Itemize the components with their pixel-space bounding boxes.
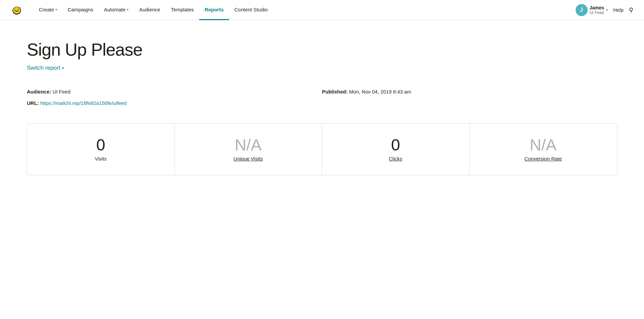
nav-item-audience[interactable]: Audience [134,0,166,20]
url-link[interactable]: https://mailchi.mp/18fe82a156fe/uifeed [40,100,127,106]
unique-visits-value: N/A [235,137,262,153]
user-menu[interactable]: J James UI Feed ▾ [576,4,608,16]
visits-value: 0 [96,137,105,153]
main-content: Sign Up Please Switch report ▾ Audience:… [0,20,644,175]
stats-grid: 0 Visits N/A Unique Visits 0 Clicks N/A … [27,123,617,175]
unique-visits-label[interactable]: Unique Visits [233,156,263,162]
conversion-rate-label[interactable]: Conversion Rate [524,156,562,162]
url-info: URL: https://mailchi.mp/18fe82a156fe/uif… [27,99,322,108]
stat-conversion-rate: N/A Conversion Rate [470,124,617,175]
audience-info: Audience: UI Feed [27,87,322,96]
help-link[interactable]: Help [613,7,624,13]
nav-item-reports[interactable]: Reports [199,0,229,20]
stat-clicks: 0 Clicks [322,124,470,175]
page-title: Sign Up Please [27,40,617,59]
avatar: J [576,4,588,16]
chevron-down-icon: ▾ [127,8,128,11]
stat-visits: 0 Visits [27,124,175,175]
nav-item-create[interactable]: Create ▾ [34,0,62,20]
clicks-label[interactable]: Clicks [389,156,402,162]
published-info: Published: Mon, Nov 04, 2019 8:43 am [322,87,617,96]
logo[interactable] [11,4,23,16]
conversion-rate-value: N/A [530,137,556,153]
svg-point-4 [15,9,16,9]
nav-right: J James UI Feed ▾ Help ⚲ [576,4,633,16]
chevron-down-icon: ▾ [55,8,57,11]
nav-items: Create ▾ Campaigns Automate ▾ Audience T… [34,0,576,20]
svg-point-5 [17,9,18,9]
nav-item-templates[interactable]: Templates [166,0,199,20]
meta-info: Audience: UI Feed Published: Mon, Nov 04… [27,87,617,107]
user-info: James UI Feed [590,5,604,15]
chevron-down-icon: ▾ [62,66,64,70]
nav-item-campaigns[interactable]: Campaigns [62,0,99,20]
nav-item-automate[interactable]: Automate ▾ [99,0,134,20]
nav-item-content-studio[interactable]: Content Studio [229,0,273,20]
search-icon[interactable]: ⚲ [629,6,633,14]
stat-unique-visits: N/A Unique Visits [175,124,322,175]
navbar: Create ▾ Campaigns Automate ▾ Audience T… [0,0,644,20]
clicks-value: 0 [391,137,400,153]
mailchimp-logo-icon [11,4,23,16]
switch-report-button[interactable]: Switch report ▾ [27,65,617,71]
visits-label: Visits [95,156,107,162]
chevron-down-icon: ▾ [606,8,608,12]
